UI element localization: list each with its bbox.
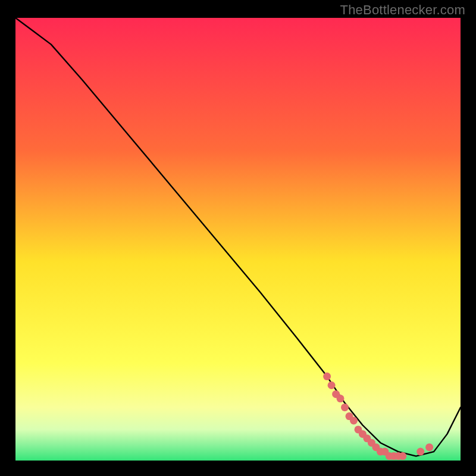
attribution-text: TheBottlenecker.com <box>340 2 465 18</box>
highlight-marker <box>399 452 406 460</box>
chart-stage: TheBottlenecker.com <box>0 0 476 476</box>
highlight-marker <box>416 448 424 456</box>
gradient-bg <box>15 18 461 461</box>
highlight-marker <box>341 403 349 411</box>
chart-svg <box>15 18 461 461</box>
plot-area <box>15 18 461 461</box>
highlight-marker <box>425 443 433 451</box>
highlight-marker <box>337 394 345 402</box>
highlight-marker <box>323 372 331 380</box>
highlight-marker <box>328 381 336 389</box>
highlight-marker <box>350 417 358 425</box>
